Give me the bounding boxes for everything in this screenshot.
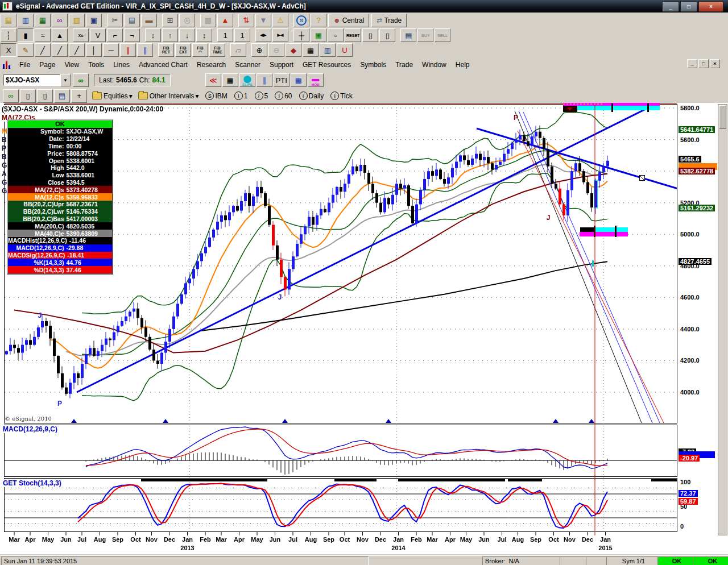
vertical-line-icon[interactable]: │ <box>86 43 102 57</box>
restore-button[interactable]: □ <box>680 1 697 12</box>
symbol-link-button[interactable]: ∞ <box>73 73 89 87</box>
new-chart-icon[interactable]: ▥ <box>18 14 34 27</box>
minimize-button[interactable]: _ <box>662 1 679 12</box>
drag-copy-icon[interactable]: ▱ <box>230 43 246 57</box>
fib-retracement-icon[interactable]: FIB RET <box>158 43 174 57</box>
line-style-icon[interactable]: ≈ <box>35 28 51 42</box>
close-button[interactable]: × <box>698 1 723 12</box>
interval-badge-icon[interactable]: I <box>234 92 243 100</box>
magnet-icon[interactable]: U <box>337 43 353 57</box>
tick-arrows-icon[interactable]: ⇅ <box>238 14 254 27</box>
step-down-icon[interactable]: ¬ <box>124 28 140 42</box>
grid-blue-icon[interactable]: ▦ <box>291 73 307 87</box>
trade-button[interactable]: ⇄ Trade <box>371 14 407 27</box>
area-style-icon[interactable]: ▲ <box>52 28 68 42</box>
trendline-medium-icon[interactable]: ╱ <box>52 43 68 57</box>
symbol-search-icon[interactable]: S <box>293 14 309 27</box>
channel-lines-icon[interactable]: ∥ <box>137 43 153 57</box>
zoom-in-icon[interactable]: ⊕ <box>251 43 267 57</box>
pointer-tool-icon[interactable]: X <box>1 43 16 57</box>
volume-style-icon[interactable]: V <box>90 28 106 42</box>
snapshot-icon[interactable]: ◎ <box>179 14 195 27</box>
trendline-long-icon[interactable]: ╱ <box>69 43 85 57</box>
eraser-icon[interactable]: ◆ <box>286 43 301 57</box>
bar-narrower-icon[interactable]: ▶◀ <box>272 28 288 42</box>
add-icon[interactable]: + <box>71 89 87 103</box>
folder-dropdown-arrow[interactable]: ▾ <box>129 92 133 100</box>
interval-badge-icon[interactable]: I <box>255 92 263 100</box>
scale-fit-icon[interactable]: ↕ <box>196 28 212 42</box>
pencil-tool-icon[interactable]: ✎ <box>18 43 34 57</box>
interval-badge-icon[interactable]: I <box>299 92 308 100</box>
reset-icon[interactable]: RESET <box>345 28 361 42</box>
mdi-minimize-button[interactable]: _ <box>687 59 697 68</box>
crosshair-icon[interactable]: ┼ <box>293 28 309 42</box>
interval-badge-icon[interactable]: I <box>330 92 339 100</box>
save-icon[interactable]: ▣ <box>86 14 102 27</box>
buy-icon[interactable]: BUY <box>417 28 433 42</box>
cut-icon[interactable]: ✂ <box>107 14 123 27</box>
step-up-icon[interactable]: ⌐ <box>107 28 123 42</box>
interval-tick[interactable]: Tick <box>340 92 353 100</box>
sell-icon[interactable]: SELL <box>435 28 450 42</box>
notes-icon[interactable]: ▥ <box>320 43 336 57</box>
vertical-scrollbar[interactable] <box>718 104 727 535</box>
symbol-shortcut-ibm[interactable]: IBM <box>215 92 227 100</box>
menu-help[interactable]: Help <box>451 59 474 70</box>
fib-extension-icon[interactable]: FIB EXT <box>175 43 191 57</box>
point-figure-icon[interactable]: Xo <box>73 28 89 42</box>
zoom-out-icon[interactable]: ⊖ <box>268 43 284 57</box>
page-prev-icon[interactable]: ▯ <box>379 28 395 42</box>
symbol-dropdown-button[interactable]: ▼ <box>60 74 71 86</box>
interval-daily[interactable]: Daily <box>309 92 324 100</box>
scale-up-icon[interactable]: ↑ <box>162 28 178 42</box>
hot-function-icon[interactable]: ▲ <box>217 14 233 27</box>
print-icon[interactable]: ⊞ <box>162 14 178 27</box>
download-icon[interactable]: ▼ <box>255 14 271 27</box>
properties-icon[interactable]: ▤ <box>400 28 416 42</box>
scale-down-icon[interactable]: ↓ <box>179 28 195 42</box>
candlestick-style-icon[interactable]: ▮ <box>18 28 34 42</box>
folder-equities[interactable]: Equities <box>104 92 128 100</box>
bar-wider-icon[interactable]: ◀▶ <box>255 28 271 42</box>
tick-bar-style-icon[interactable]: ┆ <box>1 28 16 42</box>
menu-research[interactable]: Research <box>192 59 230 70</box>
scale-expand-icon[interactable]: ↕ <box>145 28 161 42</box>
menu-file[interactable]: File <box>15 59 35 70</box>
new-page-icon[interactable]: ▤ <box>1 14 16 27</box>
link-icon[interactable]: ∞ <box>3 89 19 103</box>
interval-badge-icon[interactable]: I <box>275 92 283 100</box>
menu-advanced-chart[interactable]: Advanced Chart <box>134 59 192 70</box>
strategy-icon[interactable]: ▩ <box>200 14 216 27</box>
interval-60[interactable]: 60 <box>284 92 292 100</box>
regression-lines-icon[interactable]: ∥ <box>257 73 272 87</box>
menu-tools[interactable]: Tools <box>84 59 109 70</box>
fib-circle-icon[interactable]: FIB ◠ <box>192 43 208 57</box>
central-button[interactable]: ☻ Central <box>328 14 369 27</box>
symbol-shortcut-icon[interactable]: S <box>205 92 214 100</box>
shift-one-left-icon[interactable]: 1 <box>217 28 233 42</box>
properties-icon[interactable]: ▤ <box>54 89 70 103</box>
parallel-lines-icon[interactable]: ∥ <box>120 43 136 57</box>
mdi-restore-button[interactable]: □ <box>698 59 709 68</box>
color-bars-icon[interactable]: ▦ <box>311 28 326 42</box>
fib-time-icon[interactable]: FIB TIME <box>209 43 225 57</box>
menu-get-resources[interactable]: GET Resources <box>298 59 355 70</box>
menu-lines[interactable]: Lines <box>109 59 134 70</box>
open-icon[interactable]: ▧ <box>69 14 85 27</box>
menu-page[interactable]: Page <box>35 59 60 70</box>
alerts-bell-icon[interactable]: ⚠ <box>272 14 288 27</box>
context-help-icon[interactable]: ? <box>311 14 326 27</box>
page-forward-icon[interactable]: ▯ <box>20 89 36 103</box>
expand-left-icon[interactable]: ≪ <box>205 73 221 87</box>
pti-icon[interactable]: PTI <box>274 73 289 87</box>
paste-icon[interactable]: ▬ <box>141 14 157 27</box>
trendline-short-icon[interactable]: ╱ <box>35 43 51 57</box>
symbol-input[interactable] <box>3 74 60 86</box>
menu-scanner[interactable]: Scanner <box>230 59 265 70</box>
menu-symbols[interactable]: Symbols <box>355 59 391 70</box>
menu-window[interactable]: Window <box>417 59 451 70</box>
folder-dropdown-arrow[interactable]: ▾ <box>195 92 198 100</box>
quote-board-icon[interactable]: ▦ <box>35 14 51 27</box>
levels-icon[interactable]: ▫ <box>328 28 344 42</box>
